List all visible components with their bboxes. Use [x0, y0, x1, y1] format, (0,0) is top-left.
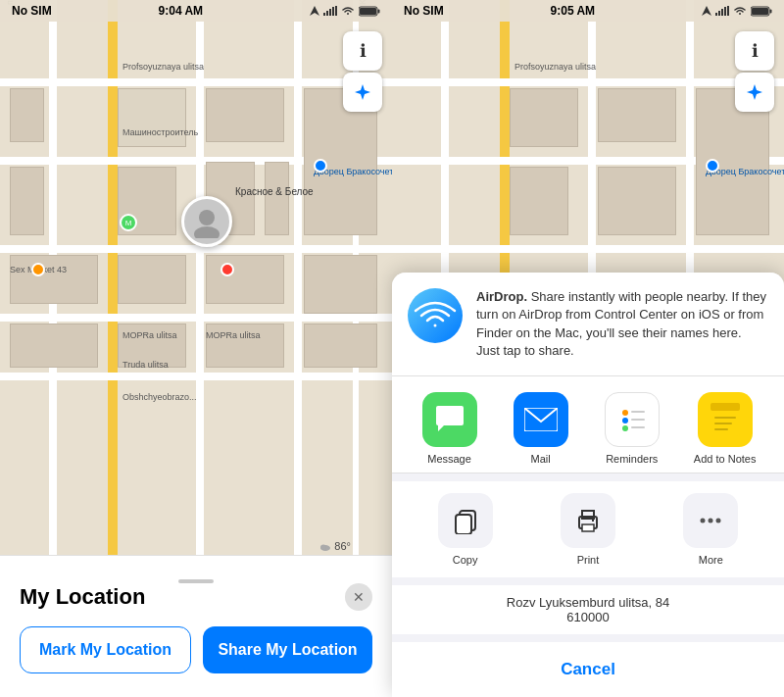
- svg-marker-13: [702, 6, 711, 16]
- label-mopr2: MOPRa ulitsa: [206, 330, 261, 340]
- print-label: Print: [577, 554, 600, 566]
- status-bar-left: No SIM 9:04 AM: [0, 0, 392, 22]
- reminders-label: Reminders: [606, 453, 658, 465]
- cancel-row: Cancel: [392, 642, 784, 697]
- svg-rect-2: [326, 11, 328, 16]
- mail-label: Mail: [531, 453, 551, 465]
- action-print[interactable]: Print: [554, 493, 622, 566]
- building-16: [304, 324, 377, 368]
- time-right: 9:05 AM: [551, 4, 596, 18]
- action-copy[interactable]: Copy: [431, 493, 500, 566]
- rbldg4: [598, 167, 676, 235]
- svg-rect-37: [456, 515, 471, 534]
- svg-rect-20: [770, 9, 772, 13]
- sheet-title: My Location: [20, 584, 145, 610]
- map-controls-right: ℹ: [735, 31, 774, 112]
- mark-location-button[interactable]: Mark My Location: [20, 626, 191, 673]
- label-krasnoe: Красное & Белое: [235, 186, 314, 197]
- svg-rect-28: [631, 419, 645, 421]
- wifi-icon-left: [341, 6, 355, 16]
- signal-icon-right: [715, 6, 729, 16]
- wifi-icon-right: [733, 6, 747, 16]
- sheet-buttons: Mark My Location Share My Location: [20, 626, 372, 673]
- svg-rect-40: [582, 524, 594, 531]
- notes-pad-icon: [709, 403, 742, 436]
- battery-icon-left: [359, 6, 380, 17]
- svg-rect-41: [592, 520, 594, 522]
- building-11: [304, 255, 377, 314]
- building-5: [265, 162, 289, 235]
- svg-point-43: [709, 519, 713, 523]
- info-button-left[interactable]: ℹ: [343, 31, 382, 71]
- svg-rect-7: [378, 9, 380, 13]
- airdrop-icon: [408, 288, 463, 343]
- more-icon-box: [683, 493, 738, 548]
- airdrop-description: AirDrop. Share instantly with people nea…: [476, 288, 768, 360]
- info-button-right[interactable]: ℹ: [735, 31, 774, 71]
- svg-rect-4: [332, 7, 334, 16]
- building-12: [10, 255, 98, 304]
- share-actions-row: Copy Print: [392, 481, 784, 577]
- svg-rect-14: [715, 13, 717, 16]
- location-button-right[interactable]: [735, 73, 774, 112]
- share-app-reminders[interactable]: Reminders: [603, 392, 662, 465]
- svg-marker-0: [310, 6, 319, 16]
- carrier-left: No SIM: [12, 4, 52, 18]
- action-more[interactable]: More: [676, 493, 745, 566]
- svg-rect-5: [335, 6, 337, 16]
- status-bar-right: No SIM 9:05 AM: [392, 0, 784, 22]
- airdrop-section: AirDrop. Share instantly with people nea…: [392, 273, 784, 376]
- share-location-button[interactable]: Share My Location: [203, 626, 372, 673]
- svg-rect-33: [714, 417, 736, 419]
- compass-icon: [354, 83, 371, 101]
- reminders-icon: [605, 392, 660, 447]
- status-icons-right: [702, 6, 772, 17]
- share-app-message[interactable]: Message: [420, 392, 479, 465]
- notes-icon: [698, 392, 753, 447]
- label-profsoyuznaya: Profsoyuznaya ulitsa: [122, 62, 204, 72]
- svg-point-25: [622, 410, 628, 416]
- building-7: [10, 167, 44, 235]
- user-avatar: [181, 196, 232, 247]
- label-obsh: Obshchyeobrazo...: [122, 392, 197, 402]
- mail-icon: [514, 392, 568, 447]
- building-6: [10, 88, 44, 142]
- building-9: [206, 255, 284, 304]
- close-button[interactable]: ✕: [345, 583, 372, 611]
- share-app-mail[interactable]: Mail: [512, 392, 570, 465]
- svg-point-10: [194, 226, 220, 238]
- rbldg2: [598, 88, 676, 142]
- temperature-badge: 86°: [319, 540, 351, 553]
- orange-marker-1: [31, 263, 45, 276]
- map-controls-left: ℹ: [343, 31, 382, 112]
- message-label: Message: [427, 453, 471, 465]
- status-icons-left: [310, 6, 380, 17]
- share-apps-row: Message Mail: [392, 376, 784, 473]
- battery-icon-right: [751, 6, 772, 17]
- message-icon: [422, 392, 477, 447]
- svg-point-9: [199, 210, 215, 225]
- building-2: [206, 88, 284, 142]
- r-label-profsoyuznaya: Profsoyuznaya ulitsa: [514, 62, 596, 72]
- rbldg3: [510, 167, 568, 235]
- compass-icon-right: [746, 83, 763, 101]
- cancel-button[interactable]: Cancel: [406, 656, 770, 683]
- svg-point-12: [320, 545, 326, 550]
- location-arrow-icon: [310, 6, 319, 16]
- time-left: 9:04 AM: [159, 4, 204, 18]
- road-v1: [196, 0, 204, 555]
- mail-envelope-icon: [524, 408, 558, 431]
- rbldg1: [510, 88, 578, 147]
- share-app-notes[interactable]: Add to Notes: [694, 392, 757, 465]
- svg-point-42: [701, 519, 706, 523]
- svg-rect-32: [710, 403, 740, 411]
- map-left[interactable]: Profsoyuznaya ulitsa MOPRa ulitsa MOPRa …: [0, 0, 392, 555]
- svg-rect-18: [727, 6, 729, 16]
- building-1: [118, 88, 186, 147]
- signal-icon: [323, 6, 337, 16]
- green-marker-1: M: [120, 214, 137, 231]
- cloud-icon: [319, 541, 331, 553]
- copy-icon-box: [438, 493, 493, 548]
- svg-rect-17: [724, 7, 726, 16]
- location-button-left[interactable]: [343, 73, 382, 112]
